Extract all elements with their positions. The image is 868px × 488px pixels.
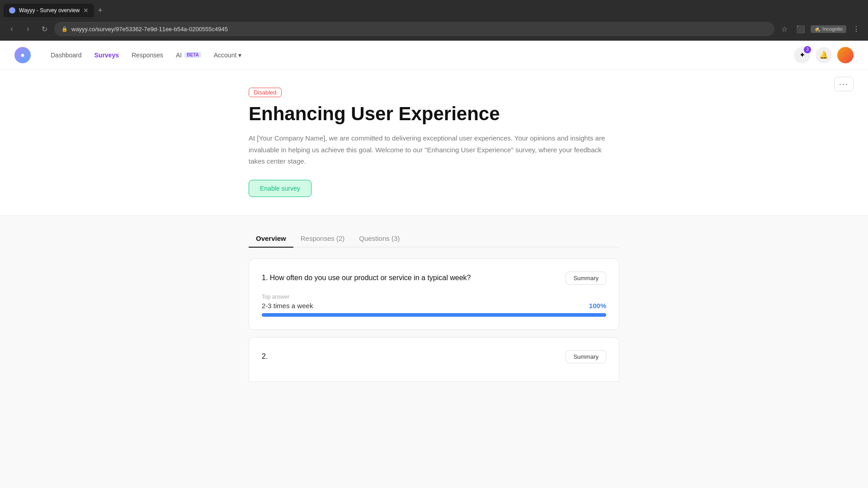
survey-title: Enhancing User Experience	[249, 103, 619, 125]
new-tab-button[interactable]: +	[96, 4, 104, 17]
account-label: Account	[214, 52, 237, 59]
nav-logo[interactable]: ●	[14, 47, 31, 63]
nav-item-surveys[interactable]: Surveys	[89, 48, 124, 62]
survey-description: At [Your Company Name], we are committed…	[249, 132, 619, 167]
status-badge: Disabled	[249, 88, 282, 97]
summary-button-1[interactable]: Summary	[566, 272, 606, 285]
bell-btn[interactable]: 🔔	[816, 47, 832, 63]
page-content: Disabled Enhancing User Experience At [Y…	[0, 70, 868, 488]
beta-badge: BETA	[184, 52, 201, 58]
question-card-2: 2. Summary	[249, 337, 619, 382]
tabs: Overview Responses (2) Questions (3)	[249, 230, 619, 248]
address-bar-row: ‹ › ↻ 🔒 wayyy.co/survey/97e53362-7e9d-11…	[0, 17, 868, 41]
top-answer-label-1: Top answer	[262, 294, 606, 300]
bookmark-star-btn[interactable]: ☆	[778, 23, 791, 35]
answer-pct-1: 100%	[589, 302, 606, 310]
tab-title: Wayyy - Survey overview	[19, 7, 80, 14]
browser-chrome: Wayyy - Survey overview ✕ + ‹ › ↻ 🔒 wayy…	[0, 0, 868, 41]
more-options-button[interactable]: ···	[834, 77, 854, 91]
survey-header: Disabled Enhancing User Experience At [Y…	[0, 70, 868, 216]
active-tab[interactable]: Wayyy - Survey overview ✕	[4, 4, 94, 17]
extension-btn[interactable]: ⬛	[794, 23, 807, 35]
overview-section: Overview Responses (2) Questions (3) 1. …	[231, 216, 637, 382]
progress-bar-bg-1	[262, 313, 606, 317]
address-bar[interactable]: 🔒 wayyy.co/survey/97e53362-7e9d-11ee-b54…	[54, 22, 774, 36]
forward-button[interactable]: ›	[22, 23, 34, 35]
avatar-image	[837, 47, 854, 63]
nav-right: ✦ 3 🔔	[794, 47, 854, 63]
incognito-icon: 🕵	[814, 26, 821, 32]
enable-survey-button[interactable]: Enable survey	[249, 180, 311, 197]
notification-badge: 3	[804, 46, 811, 53]
url-text: wayyy.co/survey/97e53362-7e9d-11ee-b54a-…	[71, 26, 228, 33]
nav-item-responses[interactable]: Responses	[126, 48, 169, 62]
question-card-1: 1. How often do you use our product or s…	[249, 258, 619, 330]
browser-actions: ☆ ⬛ 🕵 Incognito ⋮	[778, 23, 863, 35]
lock-icon: 🔒	[61, 26, 68, 32]
app-container: ● Dashboard Surveys Responses AI BETA Ac…	[0, 41, 868, 488]
tab-favicon	[9, 7, 15, 14]
more-menu-btn[interactable]: ⋮	[850, 23, 863, 35]
nav-item-ai[interactable]: AI BETA	[170, 48, 207, 62]
tab-close-btn[interactable]: ✕	[83, 7, 89, 14]
nav-item-dashboard[interactable]: Dashboard	[45, 48, 87, 62]
nav-items: Dashboard Surveys Responses AI BETA Acco…	[45, 48, 779, 62]
tab-responses[interactable]: Responses (2)	[293, 230, 352, 248]
answer-row-1: 2-3 times a week 100%	[262, 302, 606, 310]
question-text-2: 2.	[262, 352, 268, 361]
ai-label: AI	[176, 52, 182, 59]
bell-icon: 🔔	[819, 51, 828, 59]
progress-bar-fill-1	[262, 313, 606, 317]
answer-text-1: 2-3 times a week	[262, 302, 313, 310]
user-avatar[interactable]	[837, 47, 854, 63]
summary-button-2[interactable]: Summary	[566, 350, 606, 363]
question-text-1: 1. How often do you use our product or s…	[262, 274, 471, 282]
question-header-2: 2. Summary	[262, 350, 606, 363]
reload-button[interactable]: ↻	[38, 23, 51, 35]
incognito-badge: 🕵 Incognito	[811, 25, 846, 33]
incognito-label: Incognito	[822, 26, 843, 32]
chevron-down-icon: ▾	[238, 52, 241, 59]
main-nav: ● Dashboard Surveys Responses AI BETA Ac…	[0, 41, 868, 70]
nav-item-account[interactable]: Account ▾	[208, 48, 247, 62]
notifications-btn[interactable]: ✦ 3	[794, 47, 810, 63]
logo-letter: ●	[20, 51, 25, 59]
tab-questions[interactable]: Questions (3)	[352, 230, 407, 248]
tab-overview[interactable]: Overview	[249, 230, 293, 248]
back-button[interactable]: ‹	[5, 23, 18, 35]
star-icon: ✦	[799, 51, 805, 59]
survey-header-inner: Disabled Enhancing User Experience At [Y…	[231, 88, 637, 197]
question-header-1: 1. How often do you use our product or s…	[262, 272, 606, 285]
tab-bar: Wayyy - Survey overview ✕ +	[0, 0, 868, 17]
